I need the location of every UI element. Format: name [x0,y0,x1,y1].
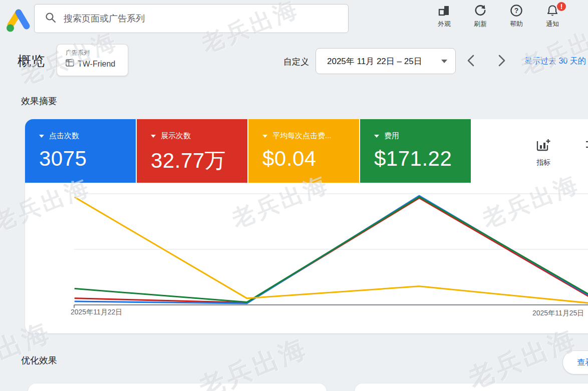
metric-label: 费用 [384,131,399,141]
refresh-button[interactable]: 刷新 [466,3,495,29]
refresh-icon [474,3,487,18]
date-range-select[interactable]: 2025年 11月 22日 – 25日 [316,48,456,74]
metric-label: 点击次数 [49,131,79,141]
search-icon [45,12,57,26]
metrics-icon [536,138,551,154]
search-bar [34,4,349,33]
action-label: 通知 [546,20,559,29]
date-range-value: 2025年 11月 22日 – 25日 [327,56,441,67]
show-last-30-days-link[interactable]: 显示过去 30 天的 [524,56,586,67]
action-label: 外观 [438,20,451,29]
optimization-card-left[interactable] [28,383,327,391]
campaign-chip-type: 广告系列 [66,49,128,57]
metric-value: $171.22 [374,147,471,171]
action-label: 帮助 [510,20,523,29]
google-ads-logo[interactable] [3,7,31,32]
action-label: 刷新 [474,20,487,29]
metric-value: 32.77万 [151,147,247,175]
metric-card-impressions[interactable]: 展示次数 32.77万 [137,119,247,183]
metric-card-clicks[interactable]: 点击次数 3075 [25,119,136,183]
metric-label: 平均每次点击费... [272,131,332,141]
appearance-icon [438,3,451,18]
metric-value: 3075 [39,147,136,171]
help-button[interactable]: ? 帮助 [502,3,531,29]
optimization-heading: 优化效果 [21,354,57,366]
optimization-card-right[interactable] [355,383,588,391]
search-input[interactable] [64,14,324,24]
page-title: 概览 [18,52,45,70]
notification-badge: ! [556,1,567,12]
top-actions: 外观 刷新 ? 帮助 通知 ! [430,3,567,29]
performance-summary-heading: 效果摘要 [21,95,57,107]
next-date-range-button[interactable] [493,52,511,70]
date-range-mode-label: 自定义 [283,56,309,68]
metrics-button[interactable]: 指标 [526,138,561,167]
caret-down-icon [39,135,44,138]
caret-down-icon [262,135,267,138]
performance-line-chart[interactable] [25,183,588,333]
metric-value: $0.04 [262,147,359,171]
metric-card-cost[interactable]: 费用 $171.22 [360,119,471,183]
help-icon: ? [510,3,523,18]
metric-cards: 点击次数 3075 展示次数 32.77万 平均每次点击费... $0.04 费… [25,119,471,183]
campaign-chip-name: TW-Friend [78,60,115,69]
notifications-button[interactable]: 通知 ! [538,3,567,29]
optimization-view-link[interactable]: 查看 [562,350,588,374]
caret-down-icon [374,135,379,138]
metric-label: 展示次数 [161,131,191,141]
appearance-button[interactable]: 外观 [430,3,459,29]
google-ads-overview-screen: 老兵出海 老兵出海 老兵出海 老兵出海 老兵出海 老兵出海 老兵出海 老兵出海 … [0,0,588,391]
tune-icon [585,138,588,154]
adjust-button[interactable]: 调 [575,138,588,167]
watermark: 老兵出海 [194,330,313,391]
caret-down-icon [151,135,156,138]
campaign-chip[interactable]: 广告系列 TW-Friend [57,44,128,76]
chevron-down-icon [441,60,447,63]
side-button-label: 指标 [536,158,550,167]
campaign-table-icon [66,59,74,69]
metric-card-avg-cpc[interactable]: 平均每次点击费... $0.04 [248,119,359,183]
previous-date-range-button[interactable] [462,52,480,70]
svg-text:?: ? [514,7,519,15]
